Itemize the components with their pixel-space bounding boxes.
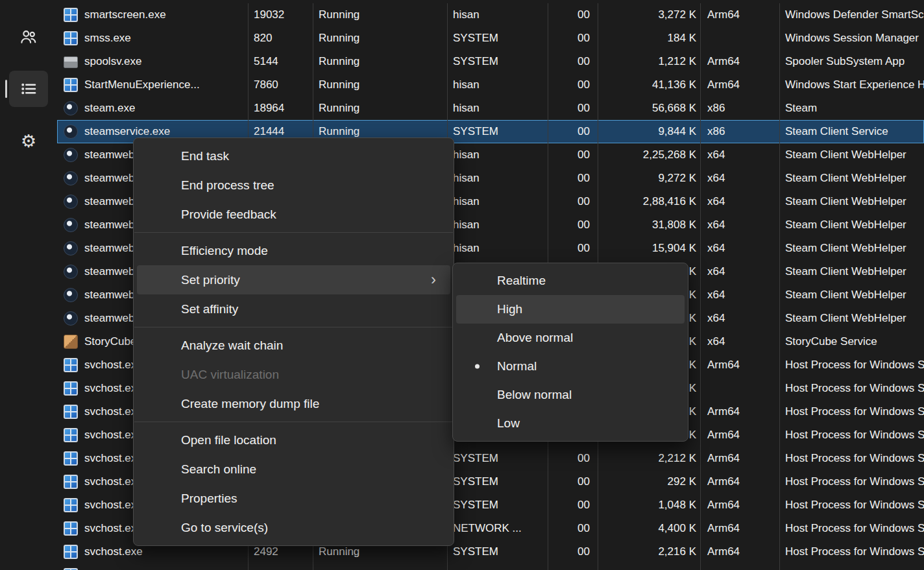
cell-cpu: 00: [548, 167, 598, 190]
cell-arch: Arm64: [701, 50, 780, 73]
process-name: steamservice.exe: [84, 125, 170, 138]
cell-memory: 292 K: [598, 470, 701, 493]
process-name: svchost.exe: [84, 545, 143, 558]
context-menu: End taskEnd process treeProvide feedback…: [133, 137, 454, 546]
menu-item-label: Low: [497, 416, 520, 431]
menu-item-set-priority[interactable]: Set priority›: [137, 265, 450, 294]
table-row[interactable]: StartMenuExperience...7860Runninghisan00…: [57, 73, 924, 97]
menu-item-search-online[interactable]: Search online: [137, 455, 450, 484]
table-row[interactable]: smartscreen.exe19032Runninghisan003,272 …: [57, 3, 924, 27]
cell-memory: 184 K: [598, 27, 701, 50]
menu-item-normal[interactable]: Normal: [456, 352, 685, 381]
table-row[interactable]: steam.exe18964Runninghisan0056,668 Kx86S…: [57, 97, 924, 120]
menu-item-label: Set affinity: [181, 302, 238, 316]
sidebar-item-details[interactable]: [9, 71, 48, 107]
cell-arch: Arm64: [701, 517, 780, 540]
cell-cpu: 00: [548, 447, 598, 470]
cell-user: NETWORK ...: [448, 517, 548, 540]
menu-item-below-normal[interactable]: Below normal: [456, 381, 685, 409]
table-row[interactable]: spoolsv.exe5144RunningSYSTEM001,212 KArm…: [57, 50, 924, 73]
cell-description: Windows Session Manager: [780, 27, 924, 50]
cell-description: Steam Client WebHelper: [780, 260, 924, 283]
cell-description: Spooler SubSystem App: [780, 50, 924, 73]
cell-pid: [249, 564, 313, 570]
cell-name: steam.exe: [57, 97, 249, 120]
cell-pid: 19032: [249, 3, 313, 27]
table-row[interactable]: [57, 564, 924, 570]
cell-description: Host Process for Windows Services: [780, 470, 924, 493]
menu-item-go-to-service-s-[interactable]: Go to service(s): [137, 513, 450, 542]
cell-cpu: 00: [548, 143, 598, 167]
nav-sidebar: ⚙: [0, 0, 57, 570]
menu-item-open-file-location[interactable]: Open file location: [137, 425, 450, 455]
menu-item-high[interactable]: High: [456, 295, 685, 324]
cell-arch: [701, 377, 780, 400]
cell-cpu: 00: [548, 3, 598, 27]
cell-user: SYSTEM: [448, 27, 548, 50]
cell-status: [313, 564, 448, 570]
details-icon: [19, 79, 38, 99]
menu-item-end-task[interactable]: End task: [137, 141, 450, 171]
cell-user: hisan: [448, 97, 548, 120]
menu-item-low[interactable]: Low: [456, 409, 685, 438]
cell-cpu: 00: [548, 493, 598, 517]
printer-icon: [64, 56, 78, 68]
table-row[interactable]: smss.exe820RunningSYSTEM00184 KWindows S…: [57, 27, 924, 50]
cell-description: Host Process for Windows Services: [780, 493, 924, 517]
menu-item-label: Above normal: [497, 331, 573, 345]
menu-item-label: Analyze wait chain: [181, 338, 283, 353]
menu-item-set-affinity[interactable]: Set affinity: [137, 294, 450, 324]
cell-pid: 18964: [249, 97, 313, 120]
menu-item-create-memory-dump-file[interactable]: Create memory dump file: [137, 389, 450, 418]
steam-icon: [64, 125, 78, 139]
cell-arch: Arm64: [701, 540, 780, 564]
cell-memory: 2,212 K: [598, 447, 701, 470]
menu-item-properties[interactable]: Properties: [137, 484, 450, 513]
exe-icon: [64, 405, 78, 419]
exe-icon: [64, 521, 78, 536]
menu-item-label: High: [497, 302, 522, 316]
chevron-right-icon: ›: [431, 270, 436, 288]
cell-status: Running: [313, 73, 448, 97]
cell-memory: [598, 564, 701, 570]
cell-description: Steam Client WebHelper: [780, 190, 924, 213]
sidebar-item-services[interactable]: ⚙: [9, 123, 48, 159]
menu-item-above-normal[interactable]: Above normal: [456, 324, 685, 352]
menu-item-label: Normal: [497, 359, 537, 374]
cell-pid: 820: [249, 27, 313, 50]
set-priority-submenu: RealtimeHighAbove normalNormalBelow norm…: [452, 263, 688, 442]
cell-user: hisan: [448, 167, 548, 190]
process-name: smartscreen.exe: [84, 8, 166, 21]
process-name: spoolsv.exe: [84, 55, 142, 68]
cell-memory: 41,136 K: [598, 73, 701, 97]
cell-description: Steam Client WebHelper: [780, 307, 924, 330]
menu-separator: [134, 327, 453, 327]
menu-item-label: Efficiency mode: [181, 244, 268, 258]
cell-description: StoryCube Service: [780, 330, 924, 353]
menu-item-label: Search online: [181, 462, 256, 477]
gear-icon: ⚙: [21, 132, 36, 150]
menu-item-efficiency-mode[interactable]: Efficiency mode: [137, 236, 450, 265]
cell-user: hisan: [448, 237, 548, 260]
menu-item-provide-feedback[interactable]: Provide feedback: [137, 200, 450, 229]
cell-arch: x64: [701, 190, 780, 213]
cell-arch: x64: [701, 237, 780, 260]
exe-icon: [64, 428, 78, 442]
cell-arch: x64: [701, 283, 780, 307]
sidebar-item-users[interactable]: [9, 19, 48, 55]
steam-icon: [64, 171, 78, 185]
menu-item-label: Create memory dump file: [181, 397, 319, 411]
cell-user: SYSTEM: [448, 50, 548, 73]
menu-item-end-process-tree[interactable]: End process tree: [137, 171, 450, 200]
menu-item-uac-virtualization: UAC virtualization: [137, 360, 450, 389]
cell-status: Running: [313, 27, 448, 50]
cell-status: Running: [313, 50, 448, 73]
cell-name: smartscreen.exe: [57, 3, 249, 27]
cell-memory: 56,668 K: [598, 97, 701, 120]
menu-item-realtime[interactable]: Realtime: [456, 267, 685, 295]
menu-item-analyze-wait-chain[interactable]: Analyze wait chain: [137, 331, 450, 360]
menu-item-label: End task: [181, 149, 229, 163]
cell-user: SYSTEM: [448, 540, 548, 564]
menu-item-label: Open file location: [181, 433, 276, 447]
cell-description: Windows Defender SmartScreen: [780, 3, 924, 27]
